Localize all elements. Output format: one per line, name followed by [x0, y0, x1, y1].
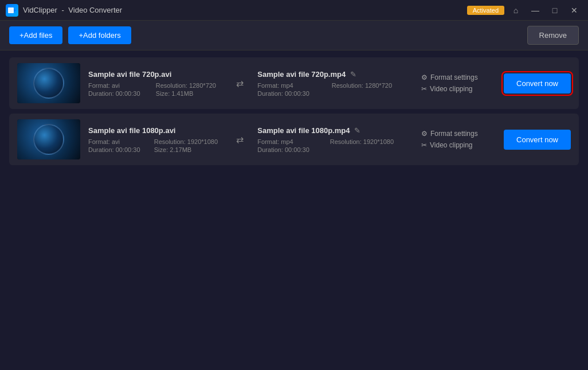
video-clipping-link[interactable]: ✂ Video clipping	[421, 141, 473, 149]
swap-icon: ⇄	[230, 134, 249, 145]
edit-icon[interactable]: ✎	[350, 70, 356, 79]
add-files-button[interactable]: +Add files	[9, 26, 62, 44]
thumbnail-image	[17, 63, 80, 103]
swap-icon: ⇄	[230, 78, 249, 89]
input-size: Size: 2.17MB	[154, 146, 223, 153]
app-subtitle: Video Converter	[68, 6, 122, 14]
title-bar: VidClipper - Video Converter Activated ⌂…	[0, 0, 588, 21]
output-meta: Format: mp4 Resolution: 1280*720 Duratio…	[257, 82, 405, 97]
output-file-name: Sample avi file 1080p.mp4	[257, 126, 350, 135]
file-thumbnail	[17, 119, 80, 159]
input-format: Format: avi	[88, 138, 145, 145]
output-duration: Duration: 00:00:30	[257, 90, 323, 97]
output-meta: Format: mp4 Resolution: 1920*1080 Durati…	[257, 138, 405, 153]
edit-icon[interactable]: ✎	[354, 126, 360, 135]
input-file-name: Sample avi file 1080p.avi	[88, 126, 222, 135]
input-duration: Duration: 00:00:30	[88, 146, 145, 153]
input-resolution: Resolution: 1280*720	[156, 82, 223, 89]
video-clipping-label: Video clipping	[430, 141, 473, 149]
main-content: Sample avi file 720p.avi Format: avi Res…	[0, 50, 588, 370]
toolbar-right: Remove	[527, 26, 579, 45]
output-duration: Duration: 00:00:30	[257, 146, 320, 153]
output-file-name: Sample avi file 720p.mp4	[257, 70, 346, 79]
home-button[interactable]: ⌂	[508, 4, 524, 17]
input-duration: Duration: 00:00:30	[88, 90, 147, 97]
file-info: Sample avi file 1080p.avi Format: avi Re…	[80, 126, 230, 153]
gear-icon: ⚙	[421, 130, 428, 138]
convert-now-button-2[interactable]: Convert now	[504, 130, 571, 150]
convert-options: ⚙ Format settings ✂ Video clipping	[413, 73, 499, 93]
file-row: Sample avi file 720p.avi Format: avi Res…	[9, 57, 579, 109]
file-thumbnail	[17, 63, 80, 103]
video-clipping-link[interactable]: ✂ Video clipping	[421, 85, 473, 93]
video-clipping-label: Video clipping	[430, 85, 473, 93]
app-logo	[6, 4, 18, 17]
input-file-name: Sample avi file 720p.avi	[88, 70, 222, 79]
close-button[interactable]: ✕	[566, 4, 582, 17]
file-row: Sample avi file 1080p.avi Format: avi Re…	[9, 114, 579, 165]
scissors-icon: ✂	[421, 141, 427, 149]
input-resolution: Resolution: 1920*1080	[154, 138, 223, 145]
scissors-icon: ✂	[421, 85, 427, 93]
file-meta: Format: avi Resolution: 1920*1080 Durati…	[88, 138, 222, 153]
remove-button[interactable]: Remove	[527, 26, 579, 45]
title-bar-left: VidClipper - Video Converter	[6, 4, 122, 17]
gear-icon: ⚙	[421, 73, 428, 81]
add-folders-button[interactable]: +Add folders	[68, 26, 131, 44]
svg-marker-1	[14, 9, 16, 12]
toolbar: +Add files +Add folders Remove	[0, 21, 588, 50]
title-bar-right: Activated ⌂ — □ ✕	[467, 4, 582, 17]
format-settings-link[interactable]: ⚙ Format settings	[421, 73, 478, 81]
output-format: Format: mp4	[257, 138, 320, 145]
title-separator: -	[61, 6, 64, 14]
thumbnail-image	[17, 119, 80, 159]
format-settings-label: Format settings	[430, 73, 478, 81]
output-resolution: Resolution: 1280*720	[332, 82, 405, 89]
input-size: Size: 1.41MB	[156, 90, 223, 97]
output-info: Sample avi file 720p.mp4 ✎ Format: mp4 R…	[249, 70, 413, 97]
output-format: Format: mp4	[257, 82, 323, 89]
file-meta: Format: avi Resolution: 1280*720 Duratio…	[88, 82, 222, 97]
activated-badge: Activated	[467, 6, 504, 15]
app-title: VidClipper - Video Converter	[23, 6, 122, 14]
file-info: Sample avi file 720p.avi Format: avi Res…	[80, 70, 230, 97]
convert-now-button-1[interactable]: Convert now	[504, 73, 571, 94]
svg-rect-0	[8, 7, 14, 13]
output-resolution: Resolution: 1920*1080	[330, 138, 405, 145]
output-info: Sample avi file 1080p.mp4 ✎ Format: mp4 …	[249, 126, 413, 153]
input-format: Format: avi	[88, 82, 147, 89]
output-name-row: Sample avi file 720p.mp4 ✎	[257, 70, 405, 79]
minimize-button[interactable]: —	[527, 4, 543, 17]
convert-options: ⚙ Format settings ✂ Video clipping	[413, 130, 499, 149]
format-settings-link[interactable]: ⚙ Format settings	[421, 130, 478, 138]
app-name: VidClipper	[23, 6, 57, 14]
format-settings-label: Format settings	[430, 130, 478, 138]
maximize-button[interactable]: □	[547, 4, 563, 17]
output-name-row: Sample avi file 1080p.mp4 ✎	[257, 126, 405, 135]
